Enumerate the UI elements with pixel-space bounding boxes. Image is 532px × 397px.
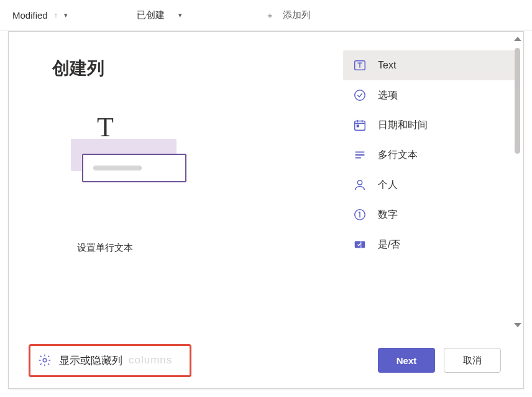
footer-buttons: Next 取消 <box>378 348 501 373</box>
sort-asc-icon: ↑ <box>54 11 58 20</box>
column-header-created[interactable]: 已创建 ▾ <box>137 9 267 21</box>
type-option-multiline[interactable]: 多行文本 <box>343 140 517 170</box>
show-hide-label: 显示或隐藏列 <box>59 353 122 368</box>
choice-icon <box>353 88 367 102</box>
preview-placeholder-line <box>93 166 142 170</box>
yesno-icon <box>353 238 367 251</box>
type-option-choice[interactable]: 选项 <box>343 80 517 110</box>
multiline-icon <box>353 148 367 162</box>
plus-icon: + <box>267 10 273 21</box>
left-panel: 创建列 T 设置单行文本 <box>9 32 337 332</box>
type-label: 是/否 <box>378 238 400 251</box>
number-icon <box>353 208 367 222</box>
svg-rect-3 <box>357 125 359 127</box>
column-header-modified[interactable]: Modified ↑ ▾ <box>12 10 137 21</box>
add-column-button[interactable]: + 添加列 <box>267 9 311 21</box>
create-column-dialog: 创建列 T 设置单行文本 Text <box>8 31 524 389</box>
type-label: Text <box>378 60 396 71</box>
preview-input <box>82 154 186 182</box>
scroll-thumb[interactable] <box>515 48 520 154</box>
type-option-number[interactable]: 数字 <box>343 200 517 230</box>
scroll-down-icon[interactable] <box>514 323 521 327</box>
gear-icon <box>38 353 52 367</box>
text-icon <box>353 58 367 72</box>
type-label: 选项 <box>378 89 398 102</box>
scroll-up-icon[interactable] <box>514 37 521 41</box>
ghost-text: columns <box>129 354 172 367</box>
calendar-icon <box>353 118 367 132</box>
type-label: 个人 <box>378 179 398 192</box>
text-glyph-icon: T <box>97 111 114 143</box>
next-button[interactable]: Next <box>378 348 435 373</box>
column-label: 已创建 <box>137 9 165 21</box>
svg-point-4 <box>357 180 362 185</box>
scrollbar[interactable] <box>513 37 522 327</box>
column-label: Modified <box>12 10 48 21</box>
dialog-body: 创建列 T 设置单行文本 Text <box>9 32 523 332</box>
svg-point-1 <box>355 90 365 101</box>
cancel-button[interactable]: 取消 <box>444 348 501 373</box>
person-icon <box>353 178 367 192</box>
type-option-datetime[interactable]: 日期和时间 <box>343 110 517 140</box>
svg-rect-2 <box>355 121 365 131</box>
add-column-label: 添加列 <box>283 9 311 21</box>
chevron-down-icon[interactable]: ▾ <box>178 11 182 19</box>
dialog-subtitle: 设置单行文本 <box>77 242 324 254</box>
dialog-footer: 显示或隐藏列 columns Next 取消 <box>9 332 523 388</box>
type-option-yesno[interactable]: 是/否 <box>343 230 517 259</box>
type-label: 数字 <box>378 208 398 222</box>
column-type-preview: T <box>65 111 189 198</box>
type-option-person[interactable]: 个人 <box>343 170 517 200</box>
type-option-text[interactable]: Text <box>343 50 517 80</box>
type-label: 日期和时间 <box>378 119 428 132</box>
chevron-down-icon[interactable]: ▾ <box>64 11 68 19</box>
type-label: 多行文本 <box>378 149 418 162</box>
show-hide-columns-link[interactable]: 显示或隐藏列 columns <box>29 344 191 377</box>
column-header-bar: Modified ↑ ▾ 已创建 ▾ + 添加列 <box>0 0 532 31</box>
column-type-list: Text 选项 日 <box>337 32 523 332</box>
dialog-title: 创建列 <box>52 57 324 80</box>
svg-point-7 <box>43 358 47 362</box>
